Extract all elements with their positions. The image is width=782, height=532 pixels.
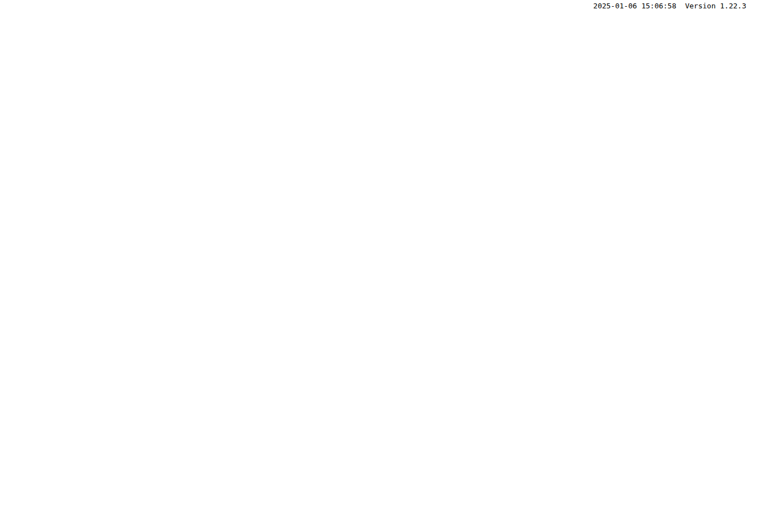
sky-image-panels <box>462 27 574 138</box>
full-spectrum-chart <box>34 144 760 262</box>
fiber-positions-panel <box>31 285 149 410</box>
hsc-cutout-panel <box>237 285 355 410</box>
header-timestamp: 2025-01-06 15:06:58 Version 1.22.3 <box>593 2 746 10</box>
lineflux-map-panel <box>135 285 252 410</box>
spec2d-cutouts <box>235 18 480 150</box>
line-fit-chart <box>581 26 754 129</box>
hetdex-report: { "meta": {"timestamp": "2025-01-06 15:0… <box>0 0 782 532</box>
